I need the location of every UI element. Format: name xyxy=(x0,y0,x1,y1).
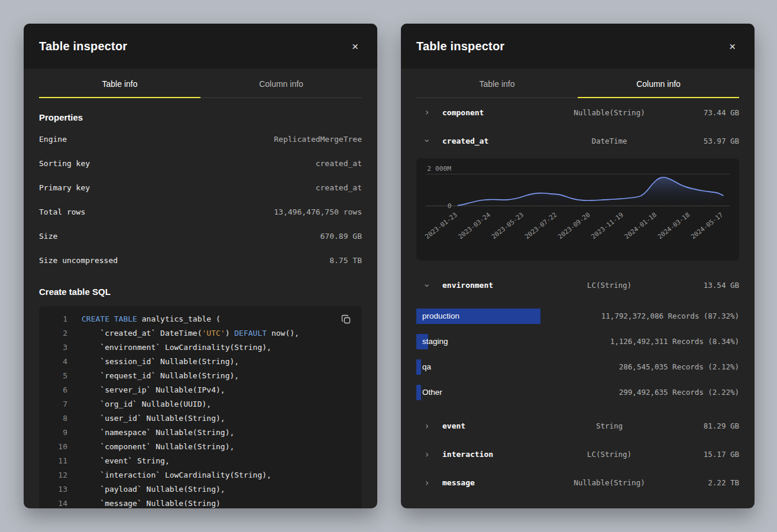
code-line: 13 `payload` Nullable(String), xyxy=(39,482,362,497)
tab-column-info[interactable]: Column info xyxy=(578,69,739,98)
column-size: 13.54 GB xyxy=(673,281,739,290)
code-line: 5 `request_id` Nullable(String), xyxy=(39,369,362,383)
column-row-interaction[interactable]: › interaction LC(String) 15.17 GB xyxy=(416,440,739,469)
close-icon[interactable]: × xyxy=(348,38,362,54)
property-value: 13,496,476,750 rows xyxy=(274,207,362,216)
line-number: 13 xyxy=(39,482,82,497)
column-size: 81.29 GB xyxy=(673,421,739,430)
dialog-header: Table inspector × xyxy=(401,24,755,69)
column-type: String xyxy=(546,421,673,430)
tab-table-info[interactable]: Table info xyxy=(39,69,200,98)
column-name: event xyxy=(442,421,546,430)
property-label: Sorting key xyxy=(39,159,90,168)
code-line: 10 `component` Nullable(String), xyxy=(39,440,362,454)
code-line: 1CREATE TABLE analytics_table ( xyxy=(39,312,362,326)
line-number: 14 xyxy=(39,497,82,508)
line-number: 10 xyxy=(39,440,82,454)
area-fill xyxy=(458,177,724,206)
column-row-environment[interactable]: › environment LC(String) 13.54 GB xyxy=(416,271,739,300)
code-text: CREATE TABLE analytics_table ( xyxy=(82,312,221,326)
column-name: environment xyxy=(442,281,546,290)
property-value: ReplicatedMergeTree xyxy=(274,135,362,144)
column-name: component xyxy=(442,108,546,117)
line-number: 12 xyxy=(39,468,82,482)
chevron-right-icon[interactable]: › xyxy=(422,421,432,432)
property-row-sorting-key: Sorting key created_at xyxy=(39,151,362,176)
env-value-records: 11,792,372,086 Records (87.32%) xyxy=(601,312,739,320)
dialog-body: Table info Column info › component Nulla… xyxy=(401,69,755,508)
env-value-records: 1,126,492,311 Records (8.34%) xyxy=(610,337,739,346)
column-size: 53.97 GB xyxy=(673,137,739,145)
created-at-chart-svg: 2 000M02023-01-232023-03-242023-05-23202… xyxy=(422,163,733,259)
code-text: `namespace` Nullable(String), xyxy=(82,426,234,440)
code-line: 4 `session_id` Nullable(String), xyxy=(39,355,362,369)
env-value-row-staging: staging 1,126,492,311 Records (8.34%) xyxy=(416,333,739,351)
column-type: DateTime xyxy=(546,137,673,145)
environment-value-bars: production 11,792,372,086 Records (87.32… xyxy=(416,307,739,401)
screen-background: Table inspector × Table info Column info… xyxy=(0,0,777,532)
line-number: 7 xyxy=(39,397,82,411)
column-row-created-at[interactable]: › created_at DateTime 53.97 GB xyxy=(416,126,739,155)
column-size: 15.17 GB xyxy=(673,450,739,459)
code-line: 11 `event` String, xyxy=(39,454,362,468)
env-value-label: qa xyxy=(416,362,431,371)
chevron-down-icon[interactable]: › xyxy=(422,136,432,145)
y-tick-label: 2 000M xyxy=(427,164,451,173)
property-row-total-rows: Total rows 13,496,476,750 rows xyxy=(39,200,362,224)
code-text: `session_id` Nullable(String), xyxy=(82,355,239,369)
created-at-distribution-chart: 2 000M02023-01-232023-03-242023-05-23202… xyxy=(416,158,739,261)
env-value-label: Other xyxy=(416,388,442,397)
properties-list: Engine ReplicatedMergeTree Sorting key c… xyxy=(39,127,362,273)
tab-column-info[interactable]: Column info xyxy=(200,69,362,98)
env-value-label: staging xyxy=(416,337,448,346)
code-text: `request_id` Nullable(String), xyxy=(82,369,239,383)
line-number: 2 xyxy=(39,326,82,340)
property-label: Size xyxy=(39,232,57,241)
column-size: 73.44 GB xyxy=(673,108,739,117)
property-label: Size uncompressed xyxy=(39,256,118,265)
property-value: 670.89 GB xyxy=(320,232,362,241)
column-name: created_at xyxy=(442,137,546,145)
code-text: `interaction` LowCardinality(String), xyxy=(82,468,271,482)
env-value-row-qa: qa 286,545,035 Records (2.12%) xyxy=(416,358,739,376)
column-type: Nullable(String) xyxy=(546,108,673,117)
env-value-row-other: Other 299,492,635 Records (2.22%) xyxy=(416,384,739,401)
env-value-records: 299,492,635 Records (2.22%) xyxy=(619,388,739,397)
x-tick-label: 2023-05-23 xyxy=(490,211,525,241)
property-row-size: Size 670.89 GB xyxy=(39,224,362,248)
copy-icon[interactable] xyxy=(340,313,352,327)
chevron-right-icon[interactable]: › xyxy=(422,449,432,460)
code-text: `event` String, xyxy=(82,454,170,468)
column-row-component[interactable]: › component Nullable(String) 73.44 GB xyxy=(416,98,739,126)
table-inspector-dialog-column-info: Table inspector × Table info Column info… xyxy=(401,24,755,508)
column-name: message xyxy=(442,478,546,487)
column-type: LC(String) xyxy=(546,450,673,459)
close-icon[interactable]: × xyxy=(726,38,739,54)
y-tick-label: 0 xyxy=(448,202,452,210)
column-name: interaction xyxy=(442,450,546,459)
property-value: created_at xyxy=(316,159,362,168)
x-tick-label: 2024-01-18 xyxy=(623,211,658,241)
chevron-right-icon[interactable]: › xyxy=(422,107,432,118)
env-value-label: production xyxy=(416,312,459,320)
code-text: `created_at` DateTime('UTC') DEFAULT now… xyxy=(82,326,299,340)
code-text: `message` Nullable(String) xyxy=(82,497,221,508)
line-number: 6 xyxy=(39,383,82,397)
tab-table-info[interactable]: Table info xyxy=(416,69,578,98)
chevron-down-icon[interactable]: › xyxy=(422,281,432,290)
x-tick-label: 2023-07-22 xyxy=(523,211,558,241)
dialog-header: Table inspector × xyxy=(24,24,377,69)
line-number: 11 xyxy=(39,454,82,468)
line-number: 9 xyxy=(39,426,82,440)
x-tick-label: 2023-11-19 xyxy=(590,211,624,241)
dialog-title: Table inspector xyxy=(416,40,504,53)
code-line: 7 `org_id` Nullable(UUID), xyxy=(39,397,362,411)
code-text: `server_ip` Nullable(IPv4), xyxy=(82,383,225,397)
code-text: `payload` Nullable(String), xyxy=(82,482,225,497)
property-value: created_at xyxy=(316,183,362,192)
column-row-message[interactable]: › message Nullable(String) 2.22 TB xyxy=(416,469,739,497)
chevron-right-icon[interactable]: › xyxy=(422,478,432,488)
column-row-event[interactable]: › event String 81.29 GB xyxy=(416,412,739,440)
properties-section-title: Properties xyxy=(39,112,362,122)
env-value-records: 286,545,035 Records (2.12%) xyxy=(619,362,739,371)
